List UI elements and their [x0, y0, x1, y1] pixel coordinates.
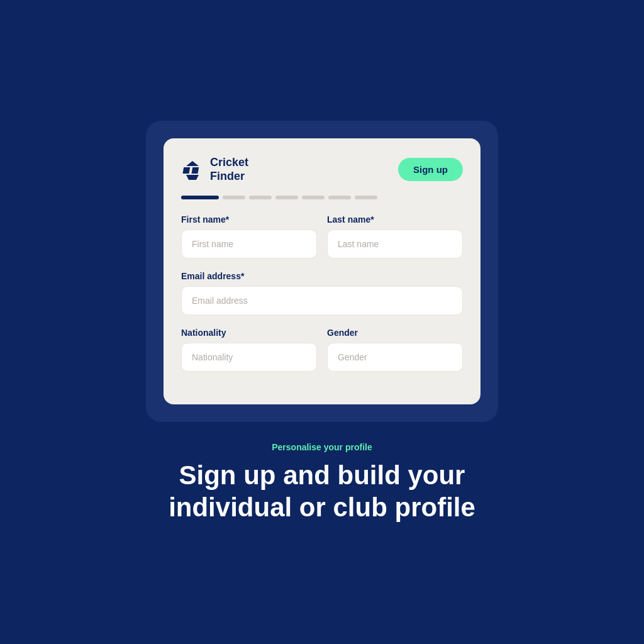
nationality-label: Nationality — [181, 328, 317, 338]
logo-area: Cricket Finder — [181, 156, 248, 183]
progress-step-4 — [275, 196, 298, 199]
progress-step-1 — [181, 196, 219, 199]
nationality-gender-row: Nationality Gender — [181, 328, 463, 372]
logo-icon — [181, 158, 204, 181]
headline-line2: individual or club profile — [169, 492, 475, 522]
nationality-group: Nationality — [181, 328, 317, 372]
inner-card: Cricket Finder Sign up First name* Last … — [164, 138, 480, 404]
name-row: First name* Last name* — [181, 214, 463, 258]
progress-bar — [181, 196, 463, 199]
email-row: Email address* — [181, 271, 463, 315]
headline-line1: Sign up and build your — [179, 460, 465, 490]
email-input[interactable] — [181, 286, 463, 315]
email-label: Email address* — [181, 271, 463, 281]
progress-step-2 — [223, 196, 245, 199]
logo-line1: Cricket — [210, 156, 248, 170]
svg-marker-0 — [186, 161, 199, 166]
logo-text: Cricket Finder — [210, 156, 248, 183]
personalise-label: Personalise your profile — [169, 442, 475, 452]
progress-step-6 — [328, 196, 351, 199]
first-name-label: First name* — [181, 214, 317, 225]
last-name-label: Last name* — [327, 214, 463, 225]
last-name-group: Last name* — [327, 214, 463, 258]
first-name-group: First name* — [181, 214, 317, 258]
svg-marker-3 — [186, 175, 199, 180]
first-name-input[interactable] — [181, 230, 317, 258]
progress-step-7 — [355, 196, 377, 199]
progress-step-3 — [249, 196, 272, 199]
svg-marker-1 — [182, 167, 190, 174]
last-name-input[interactable] — [327, 230, 463, 258]
headline: Sign up and build your individual or clu… — [169, 460, 475, 523]
gender-group: Gender — [327, 328, 463, 372]
signup-button[interactable]: Sign up — [398, 158, 463, 181]
gender-label: Gender — [327, 328, 463, 338]
logo-line2: Finder — [210, 170, 248, 184]
gender-input[interactable] — [327, 343, 463, 372]
svg-marker-2 — [191, 167, 199, 174]
email-group: Email address* — [181, 271, 463, 315]
outer-card: Cricket Finder Sign up First name* Last … — [146, 121, 498, 422]
progress-step-5 — [302, 196, 325, 199]
bottom-section: Personalise your profile Sign up and bui… — [169, 442, 475, 523]
card-header: Cricket Finder Sign up — [181, 156, 463, 183]
nationality-input[interactable] — [181, 343, 317, 372]
